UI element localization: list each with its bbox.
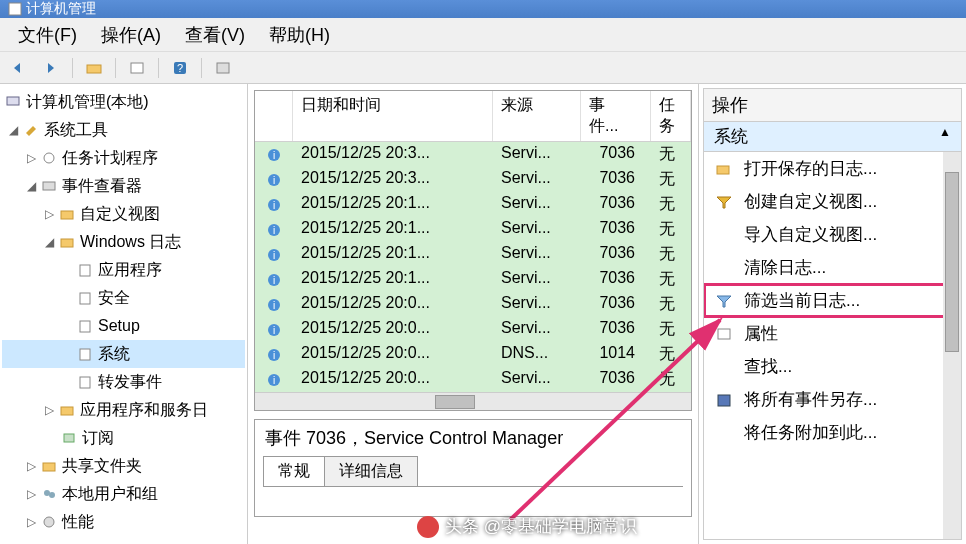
info-icon: i — [266, 222, 282, 238]
folder-icon — [58, 205, 76, 223]
tree-task-scheduler[interactable]: ▷任务计划程序 — [2, 144, 245, 172]
tree-subscriptions[interactable]: 订阅 — [2, 424, 245, 452]
svg-rect-15 — [80, 377, 90, 388]
h-scrollbar[interactable] — [255, 392, 691, 410]
table-row[interactable]: i2015/12/25 20:3...Servi...7036无 — [255, 167, 691, 192]
menu-file[interactable]: 文件(F) — [6, 19, 89, 51]
svg-text:i: i — [273, 375, 275, 386]
collapse-icon: ▲ — [939, 125, 951, 148]
tree-shared-folders[interactable]: ▷共享文件夹 — [2, 452, 245, 480]
tree-forwarded[interactable]: 转发事件 — [2, 368, 245, 396]
center-panel: 日期和时间 来源 事件... 任务 i2015/12/25 20:3...Ser… — [248, 84, 698, 544]
scroll-thumb[interactable] — [435, 395, 475, 409]
table-row[interactable]: i2015/12/25 20:0...Servi...7036无 — [255, 367, 691, 392]
action-open-saved-log[interactable]: 打开保存的日志... — [704, 152, 961, 185]
help-button[interactable]: ? — [167, 56, 193, 80]
expand-icon[interactable]: ▷ — [24, 509, 38, 535]
action-find[interactable]: 查找... — [704, 350, 961, 383]
svg-rect-8 — [43, 182, 55, 190]
tree-custom-views[interactable]: ▷自定义视图 — [2, 200, 245, 228]
tab-details[interactable]: 详细信息 — [324, 456, 418, 486]
col-task[interactable]: 任务 — [651, 91, 691, 141]
table-row[interactable]: i2015/12/25 20:1...Servi...7036无 — [255, 242, 691, 267]
svg-rect-42 — [717, 166, 729, 174]
log-icon — [76, 261, 94, 279]
filter-icon — [714, 193, 734, 211]
action-attach-task[interactable]: 将任务附加到此... — [704, 416, 961, 449]
users-icon — [40, 485, 58, 503]
svg-text:i: i — [273, 350, 275, 361]
svg-text:i: i — [273, 250, 275, 261]
svg-text:i: i — [273, 200, 275, 211]
expand-icon[interactable]: ▷ — [42, 201, 56, 227]
table-row[interactable]: i2015/12/25 20:3...Servi...7036无 — [255, 142, 691, 167]
expand-icon[interactable]: ▷ — [24, 453, 38, 479]
col-event[interactable]: 事件... — [581, 91, 651, 141]
snap-icon — [8, 2, 22, 16]
table-row[interactable]: i2015/12/25 20:1...Servi...7036无 — [255, 267, 691, 292]
table-row[interactable]: i2015/12/25 20:1...Servi...7036无 — [255, 192, 691, 217]
table-row[interactable]: i2015/12/25 20:0...Servi...7036无 — [255, 317, 691, 342]
tree-windows-logs[interactable]: ◢Windows 日志 — [2, 228, 245, 256]
tree-event-viewer[interactable]: ◢事件查看器 — [2, 172, 245, 200]
tree-performance[interactable]: ▷性能 — [2, 508, 245, 536]
detail-body — [263, 486, 683, 516]
collapse-icon[interactable]: ◢ — [6, 117, 20, 143]
back-button[interactable] — [6, 56, 32, 80]
folder-button[interactable] — [81, 56, 107, 80]
col-source[interactable]: 来源 — [493, 91, 581, 141]
svg-rect-13 — [80, 321, 90, 332]
refresh-button[interactable] — [210, 56, 236, 80]
detail-title: 事件 7036，Service Control Manager — [255, 420, 691, 456]
tree-security-log[interactable]: 安全 — [2, 284, 245, 312]
tree-local-users[interactable]: ▷本地用户和组 — [2, 480, 245, 508]
event-detail: 事件 7036，Service Control Manager 常规 详细信息 — [254, 419, 692, 517]
action-save-all[interactable]: 将所有事件另存... — [704, 383, 961, 416]
expand-icon[interactable]: ▷ — [24, 145, 38, 171]
separator — [115, 58, 116, 78]
svg-point-20 — [49, 492, 55, 498]
forward-button[interactable] — [38, 56, 64, 80]
action-clear-log[interactable]: 清除日志... — [704, 251, 961, 284]
scroll-thumb[interactable] — [945, 172, 959, 352]
col-date[interactable]: 日期和时间 — [293, 91, 493, 141]
collapse-icon[interactable]: ◢ — [42, 229, 56, 255]
table-row[interactable]: i2015/12/25 20:1...Servi...7036无 — [255, 217, 691, 242]
menu-view[interactable]: 查看(V) — [173, 19, 257, 51]
svg-text:i: i — [273, 225, 275, 236]
action-properties[interactable]: 属性 — [704, 317, 961, 350]
svg-rect-17 — [64, 434, 74, 442]
folder-icon — [58, 233, 76, 251]
collapse-icon[interactable]: ◢ — [24, 173, 38, 199]
expand-icon[interactable]: ▷ — [42, 397, 56, 423]
menu-help[interactable]: 帮助(H) — [257, 19, 342, 51]
tree-root[interactable]: 计算机管理(本地) — [2, 88, 245, 116]
svg-point-7 — [44, 153, 54, 163]
actions-section[interactable]: 系统▲ — [703, 122, 962, 152]
info-icon: i — [266, 372, 282, 388]
menu-action[interactable]: 操作(A) — [89, 19, 173, 51]
tree-system-log[interactable]: 系统 — [2, 340, 245, 368]
titlebar: 计算机管理 — [0, 0, 966, 18]
tree-system-tools[interactable]: ◢系统工具 — [2, 116, 245, 144]
folder-icon — [58, 401, 76, 419]
action-create-custom[interactable]: 创建自定义视图... — [704, 185, 961, 218]
properties-button[interactable] — [124, 56, 150, 80]
action-import-custom[interactable]: 导入自定义视图... — [704, 218, 961, 251]
action-filter-current[interactable]: 筛选当前日志... — [704, 284, 961, 317]
toolbar: ? — [0, 52, 966, 84]
tab-general[interactable]: 常规 — [263, 456, 325, 486]
blank-icon — [714, 424, 734, 442]
log-icon — [76, 345, 94, 363]
svg-rect-6 — [7, 97, 19, 105]
actions-panel: 操作 系统▲ 打开保存的日志... 创建自定义视图... 导入自定义视图... … — [698, 84, 966, 544]
tree-app-log[interactable]: 应用程序 — [2, 256, 245, 284]
tree-app-services[interactable]: ▷应用程序和服务日 — [2, 396, 245, 424]
table-row[interactable]: i2015/12/25 20:0...DNS...1014无 — [255, 342, 691, 367]
wrench-icon — [22, 121, 40, 139]
tree-setup-log[interactable]: Setup — [2, 312, 245, 340]
v-scrollbar[interactable] — [943, 152, 961, 539]
table-row[interactable]: i2015/12/25 20:0...Servi...7036无 — [255, 292, 691, 317]
info-icon: i — [266, 272, 282, 288]
expand-icon[interactable]: ▷ — [24, 481, 38, 507]
